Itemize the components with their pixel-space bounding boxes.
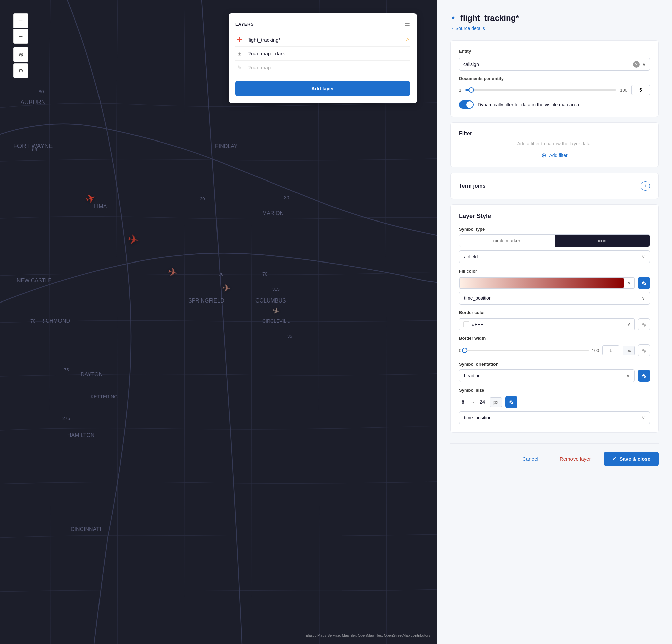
docs-slider[interactable] xyxy=(465,89,616,91)
term-joins-title: Term joins xyxy=(459,183,486,189)
svg-text:35: 35 xyxy=(287,334,292,339)
symbol-size-row: 8 → 24 px xyxy=(459,396,650,408)
svg-text:CIRCLEVIL...: CIRCLEVIL... xyxy=(262,318,290,324)
layer-name-road-map: Road map xyxy=(248,64,271,70)
symbol-size-link-btn[interactable] xyxy=(505,396,517,408)
cancel-button[interactable]: Cancel xyxy=(514,452,546,466)
symbol-orientation-dropdown[interactable]: heading ∨ xyxy=(459,369,635,382)
action-bar: Cancel Remove layer ✓ Save & close xyxy=(451,443,659,466)
border-color-row: #FFF ∨ xyxy=(459,318,650,330)
plane-marker-4: ✈ xyxy=(221,282,231,294)
dynamic-filter-toggle[interactable] xyxy=(459,100,474,109)
remove-layer-button[interactable]: Remove layer xyxy=(552,452,599,466)
docs-slider-thumb xyxy=(469,87,474,93)
save-check-icon: ✓ xyxy=(612,456,616,462)
zoom-out-button[interactable]: − xyxy=(13,29,28,44)
icon-dropdown[interactable]: airfield ∨ xyxy=(459,251,650,263)
entity-label: Entity xyxy=(459,49,650,54)
border-width-slider[interactable] xyxy=(465,350,588,351)
symbol-size-field-dropdown[interactable]: time_position ∨ xyxy=(459,411,650,424)
filter-title: Filter xyxy=(459,131,472,137)
fill-color-row: ∨ xyxy=(459,277,650,289)
symbol-orientation-link-btn[interactable] xyxy=(638,370,650,382)
layer-item-flight-tracking[interactable]: ✚ flight_tracking* ⚠ xyxy=(235,33,410,47)
docs-min: 1 xyxy=(459,88,461,93)
layer-name-flight-tracking: flight_tracking* xyxy=(248,37,280,43)
filter-empty-text: Add a filter to narrow the layer data. xyxy=(459,141,650,146)
add-join-button[interactable]: + xyxy=(641,181,650,191)
toggle-label: Dynamically filter for data in the visib… xyxy=(478,102,579,107)
map-container: AUBURN FORT WAYNE FINDLAY NEW CASTLE RIC… xyxy=(0,0,437,644)
svg-text:275: 275 xyxy=(62,416,70,421)
symbol-size-max: 24 xyxy=(478,399,487,405)
layer-item-road-map[interactable]: ✎ Road map xyxy=(235,61,410,74)
toggle-knob xyxy=(466,101,473,108)
symbol-size-unit: px xyxy=(490,397,502,407)
svg-text:70: 70 xyxy=(262,271,267,277)
svg-text:MARION: MARION xyxy=(262,210,284,216)
location-button[interactable]: ⊕ xyxy=(13,47,28,62)
docs-value-input[interactable] xyxy=(631,85,650,95)
svg-text:30: 30 xyxy=(284,195,289,200)
symbol-size-link-icon xyxy=(508,399,514,405)
entity-input-row[interactable]: callsign ✕ ∨ xyxy=(459,58,650,71)
border-color-link-btn[interactable] xyxy=(638,318,650,330)
filter-card: Filter Add a filter to narrow the layer … xyxy=(451,122,659,167)
map-attribution: Elastic Maps Service, MapTiler, OpenMapT… xyxy=(305,633,430,637)
symbol-size-label: Symbol size xyxy=(459,388,650,392)
border-color-value: #FFF xyxy=(472,322,625,327)
save-close-button[interactable]: ✓ Save & close xyxy=(604,452,659,466)
layers-menu-icon[interactable]: ☰ xyxy=(405,20,410,27)
border-link-icon xyxy=(641,322,647,327)
symbol-size-field-chevron: ∨ xyxy=(642,415,645,421)
docs-max: 100 xyxy=(620,88,627,93)
docs-label: Documents per entity xyxy=(459,76,650,81)
border-width-link-btn[interactable] xyxy=(638,344,650,356)
source-details-label: Source details xyxy=(455,26,485,31)
layer-style-title: Layer Style xyxy=(459,213,650,220)
icon-dropdown-value: airfield xyxy=(464,254,478,259)
layer-grid-icon: ⊞ xyxy=(235,49,243,58)
layer-warning-icon: ⚠ xyxy=(406,37,410,42)
border-width-label: Border width xyxy=(459,336,650,341)
fill-field-dropdown[interactable]: time_position ∨ xyxy=(459,292,650,305)
border-color-input[interactable]: #FFF ∨ xyxy=(459,318,635,330)
entity-chevron-icon: ∨ xyxy=(643,61,646,67)
svg-text:75: 75 xyxy=(64,367,69,373)
border-color-label: Border color xyxy=(459,310,650,315)
svg-text:RICHMOND: RICHMOND xyxy=(40,318,70,324)
fill-color-dropdown-btn[interactable]: ∨ xyxy=(624,278,634,288)
fill-color-gradient[interactable] xyxy=(459,278,624,288)
fill-color-gradient-wrapper[interactable]: ∨ xyxy=(459,277,635,289)
svg-text:HAMILTON: HAMILTON xyxy=(67,432,95,438)
border-width-min: 0 xyxy=(459,348,461,353)
svg-text:80: 80 xyxy=(39,89,44,95)
border-width-input[interactable] xyxy=(602,345,619,355)
entity-clear-button[interactable]: ✕ xyxy=(633,61,640,68)
symbol-orientation-chevron: ∨ xyxy=(626,373,629,378)
symbol-orientation-label: Symbol orientation xyxy=(459,362,650,367)
save-close-label: Save & close xyxy=(619,456,650,462)
layers-header: LAYERS ☰ xyxy=(235,20,410,27)
svg-text:30: 30 xyxy=(200,196,205,201)
tools-button[interactable]: ⚙ xyxy=(13,63,28,78)
layer-item-road-dark[interactable]: ⊞ Road map - dark xyxy=(235,47,410,61)
border-width-max: 100 xyxy=(592,348,599,353)
symbol-type-icon[interactable]: icon xyxy=(555,235,650,247)
fill-color-link-btn[interactable] xyxy=(638,277,650,289)
add-filter-button[interactable]: ⊕ Add filter xyxy=(459,151,650,159)
border-slider-thumb xyxy=(462,348,467,353)
border-color-swatch xyxy=(463,321,469,327)
layer-style-card: Layer Style Symbol type circle marker ic… xyxy=(451,204,659,433)
source-details-link[interactable]: › Source details xyxy=(452,26,659,31)
add-join-icon: + xyxy=(644,183,647,189)
term-joins-card: Term joins + xyxy=(451,173,659,199)
toggle-row: Dynamically filter for data in the visib… xyxy=(459,100,650,109)
svg-text:LIMA: LIMA xyxy=(94,204,107,209)
docs-row: 1 100 xyxy=(459,85,650,95)
symbol-type-circle-marker[interactable]: circle marker xyxy=(459,235,555,247)
zoom-in-button[interactable]: + xyxy=(13,13,28,28)
add-layer-button[interactable]: Add layer xyxy=(235,81,410,96)
panel-header-icon: ✦ xyxy=(451,14,456,22)
svg-text:70: 70 xyxy=(218,271,223,277)
